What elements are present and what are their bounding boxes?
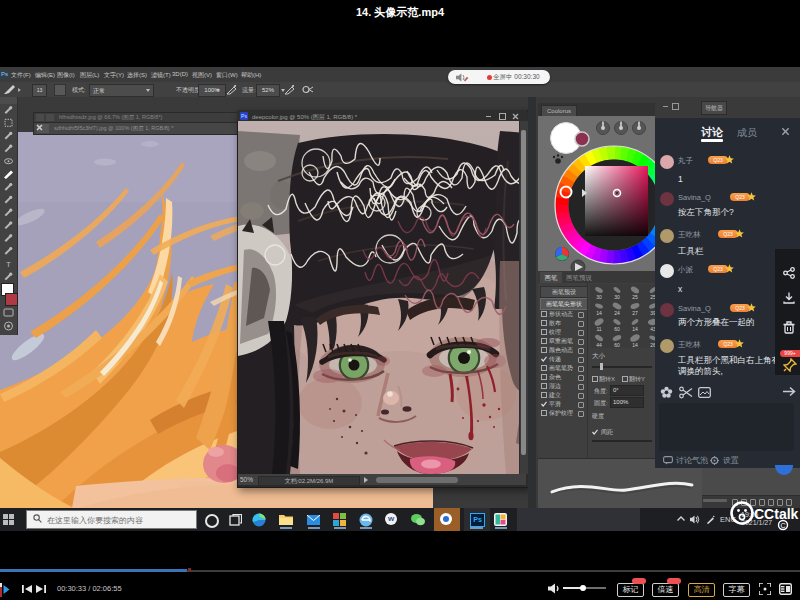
svg-text:30: 30 — [614, 294, 620, 300]
svg-text:C: C — [781, 522, 786, 529]
svg-text:44: 44 — [596, 342, 602, 348]
svg-text:CCtalk: CCtalk — [754, 506, 799, 522]
svg-text:T: T — [6, 260, 11, 269]
svg-text:11: 11 — [596, 326, 601, 332]
svg-text:14: 14 — [596, 310, 602, 316]
svg-text:25: 25 — [632, 294, 638, 300]
svg-text:60: 60 — [614, 326, 620, 332]
svg-text:14: 14 — [632, 342, 638, 348]
svg-text:24: 24 — [614, 310, 620, 316]
svg-text:30: 30 — [596, 294, 602, 300]
svg-text:60: 60 — [614, 342, 620, 348]
svg-text:14: 14 — [632, 326, 638, 332]
svg-text:27: 27 — [632, 310, 638, 316]
